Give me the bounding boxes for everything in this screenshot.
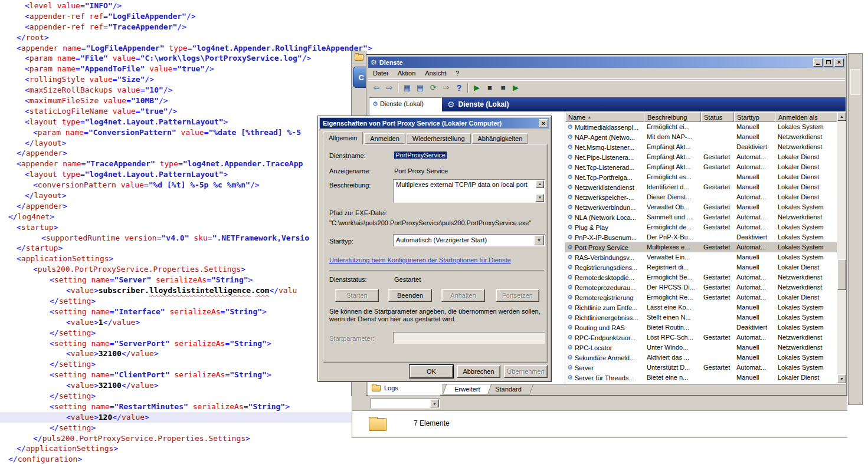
pause-service-icon[interactable]: ▮▮ bbox=[496, 82, 509, 94]
startparameter-note: Sie können die Startparameter angeben, d… bbox=[329, 308, 546, 323]
service-row[interactable]: ⚙Netzwerkverbindun...Verwaltet Ob...Gest… bbox=[565, 202, 837, 212]
scroll-down-icon[interactable]: ▼ bbox=[536, 194, 544, 202]
service-row[interactable]: ⚙Registrierungsdiens...Registriert di...… bbox=[565, 262, 837, 272]
starttyp-select[interactable]: Automatisch (Verzögerter Start) ▼ bbox=[393, 234, 545, 246]
service-row[interactable]: ⚙Net.Pipe-Listenera...Empfängt Akt...Ges… bbox=[565, 152, 837, 162]
code-line[interactable]: </configuration> bbox=[0, 454, 868, 464]
close-button[interactable]: × bbox=[834, 58, 844, 67]
service-row[interactable]: ⚙RemoteregistrierungErmöglicht Re...Gest… bbox=[565, 292, 837, 302]
service-row[interactable]: ⚙PnP-X-IP-Busenum...Der PnP-X-Bu...Deakt… bbox=[565, 232, 837, 242]
tab-abh-ngigkeiten[interactable]: Abhängigkeiten bbox=[472, 133, 529, 144]
service-row[interactable]: ⚙Richtlinienergebniss...Stellt einen N..… bbox=[565, 312, 837, 323]
tree-node-dienste-lokal[interactable]: ⚙ Dienste (Lokal) bbox=[369, 98, 441, 107]
export-icon[interactable]: ⇒ bbox=[440, 82, 453, 94]
column-header-anmelden-als[interactable]: Anmelden als bbox=[775, 112, 837, 122]
menu-item-ansicht[interactable]: Ansicht bbox=[420, 68, 451, 78]
service-row[interactable]: ⚙Plug & PlayErmöglicht de...GestartetAut… bbox=[565, 222, 837, 232]
service-row[interactable]: ⚙NLA (Network Loca...Sammelt und ...Gest… bbox=[565, 212, 837, 222]
column-header-status[interactable]: Status bbox=[701, 112, 734, 122]
explorer-bottom-bar: ▼ bbox=[352, 396, 847, 410]
service-status bbox=[701, 312, 734, 323]
service-row[interactable]: ⚙Remotedesktopdie...Ermöglicht Be...Gest… bbox=[565, 272, 837, 282]
service-row[interactable]: ⚙RPC-Endpunktzuor...Löst RPC-Sch...Gesta… bbox=[565, 333, 837, 343]
maximize-button[interactable] bbox=[824, 58, 833, 67]
pfad-value: "C:\work\ais\puls200.PortProxyService\pu… bbox=[329, 219, 531, 226]
column-header-name[interactable]: Name▲ bbox=[565, 112, 644, 122]
close-button[interactable]: × bbox=[539, 119, 548, 127]
back-icon[interactable]: ⇦ bbox=[370, 82, 383, 94]
tab-anmelden[interactable]: Anmelden bbox=[364, 133, 405, 144]
scroll-up-icon[interactable]: ▲ bbox=[536, 180, 544, 188]
code-line[interactable]: </root> bbox=[0, 32, 868, 43]
service-description: Dieser Dienst... bbox=[644, 192, 701, 202]
dialog-titlebar[interactable]: Eigenschaften von Port Proxy Service (Lo… bbox=[320, 118, 549, 129]
service-row[interactable]: ⚙Routing und RASBietet Routin...Deaktivi… bbox=[565, 323, 837, 333]
code-line[interactable]: <appender-ref ref="TraceAppender"/> bbox=[0, 22, 868, 32]
service-row[interactable]: ⚙NAP-Agent (Netwo...Mit dem NAP-...Manue… bbox=[565, 132, 837, 142]
beenden-button[interactable]: Beenden bbox=[388, 289, 432, 302]
column-header-starttyp[interactable]: Starttyp bbox=[734, 112, 775, 122]
dienstname-value[interactable]: PortProxyService bbox=[394, 152, 447, 159]
service-description: Aktiviert das ... bbox=[644, 353, 701, 363]
forward-icon[interactable]: ⇨ bbox=[383, 82, 396, 94]
service-row[interactable]: ⚙Multimediaklassenpl...Ermöglicht ei...M… bbox=[565, 122, 837, 132]
refresh-icon[interactable]: ⟳ bbox=[427, 82, 440, 94]
explorer-folder-item[interactable]: Logs bbox=[368, 380, 440, 396]
service-row[interactable]: ⚙RPC-LocatorUnter Windo...ManuellNetzwer… bbox=[565, 343, 837, 353]
scrollbar-thumb[interactable] bbox=[837, 259, 846, 290]
code-line[interactable]: <appender name="LogFileAppender" type="l… bbox=[0, 43, 868, 54]
services-icon: ⚙ bbox=[371, 59, 377, 66]
tab-wiederherstellung[interactable]: Wiederherstellung bbox=[407, 133, 471, 144]
menu-item-aktion[interactable]: Aktion bbox=[393, 68, 421, 78]
export-list-icon[interactable]: ▤ bbox=[414, 82, 427, 94]
service-row[interactable]: ⚙Net.Tcp-Portfreiga...Ermöglicht es...Ma… bbox=[565, 172, 837, 182]
menu-item-datei[interactable]: Datei bbox=[368, 68, 393, 78]
service-row[interactable]: ⚙NetzwerklistendienstIdentifiziert d...G… bbox=[565, 182, 837, 192]
start-service-icon[interactable]: ▶ bbox=[470, 82, 483, 94]
service-row[interactable]: ⚙Richtlinie zum Entfe...Lässt eine Ko...… bbox=[565, 302, 837, 312]
menu-item-help[interactable]: ? bbox=[451, 68, 464, 78]
chevron-down-icon[interactable]: ▼ bbox=[430, 399, 439, 407]
ok-button[interactable]: OK bbox=[410, 365, 453, 378]
service-row[interactable]: ⚙Remoteprozedurau...Der RPCSS-Di...Gesta… bbox=[565, 282, 837, 292]
chevron-down-icon[interactable]: ▼ bbox=[534, 235, 544, 245]
code-line[interactable]: </applicationSettings> bbox=[0, 443, 868, 454]
service-description: Empfängt Akt... bbox=[644, 162, 701, 172]
service-status: Gestartet bbox=[701, 282, 734, 292]
service-status bbox=[701, 343, 734, 353]
service-row[interactable]: ⚙Server für Threads...Bietet eine n...Ma… bbox=[565, 373, 837, 383]
service-name: ⚙Remoteprozedurau... bbox=[565, 282, 644, 292]
tab-allgemein[interactable]: Allgemein bbox=[323, 131, 363, 144]
explorer-combobox[interactable]: ▼ bbox=[371, 398, 440, 409]
minimize-button[interactable] bbox=[813, 58, 823, 67]
code-line[interactable]: <value>120</value> bbox=[0, 412, 362, 423]
view-tab-erweitert[interactable]: Erweitert bbox=[443, 384, 492, 394]
abbrechen-button[interactable]: Abbrechen bbox=[457, 365, 500, 378]
column-header-beschreibung[interactable]: Beschreibung bbox=[644, 112, 701, 122]
beschreibung-textbox[interactable]: Multiplexes external TCP/IP data on loca… bbox=[393, 179, 545, 203]
startoptions-help-link[interactable]: Unterstützung beim Konfigurieren der Sta… bbox=[329, 256, 511, 264]
service-gear-icon: ⚙ bbox=[567, 204, 573, 210]
code-line[interactable]: <appender-ref ref="LogFileAppender"/> bbox=[0, 11, 868, 22]
explorer-back-button[interactable]: C bbox=[353, 67, 366, 88]
service-row[interactable]: ⚙Netzwerkspeicher-...Dieser Dienst...Aut… bbox=[565, 192, 837, 202]
vertical-scrollbar[interactable]: ▲ ▼ bbox=[837, 112, 846, 383]
service-row[interactable]: ⚙Sekundäre Anmeld...Aktiviert das ...Man… bbox=[565, 353, 837, 363]
restart-service-icon[interactable]: ▶ bbox=[509, 82, 522, 94]
scroll-up-icon[interactable]: ▲ bbox=[837, 112, 846, 121]
service-row[interactable]: ⚙RAS-Verbindungsv...Verwaltet Ein...Manu… bbox=[565, 252, 837, 262]
service-gear-icon: ⚙ bbox=[567, 364, 573, 371]
service-row[interactable]: ⚙Net.Tcp-Listenerad...Empfängt Akt...Ges… bbox=[565, 162, 837, 172]
show-console-tree-icon[interactable]: ▦ bbox=[401, 82, 414, 94]
scroll-down-icon[interactable]: ▼ bbox=[837, 374, 846, 383]
service-row[interactable]: ⚙ServerUnterstützt D...GestartetAutomat.… bbox=[565, 363, 837, 373]
stop-service-icon[interactable]: ■ bbox=[483, 82, 496, 94]
code-line[interactable]: <level value="INFO"/> bbox=[0, 1, 868, 11]
service-description: Der RPCSS-Di... bbox=[644, 282, 701, 292]
service-row[interactable]: ⚙Net.Msmq-Listener...Empfängt Akt...Deak… bbox=[565, 142, 837, 152]
service-row[interactable]: ⚙Port Proxy ServiceMultiplexes e...Gesta… bbox=[565, 242, 837, 252]
service-name: ⚙Net.Tcp-Portfreiga... bbox=[565, 172, 644, 182]
help-icon[interactable]: ? bbox=[453, 82, 466, 94]
services-titlebar[interactable]: ⚙ Dienste × bbox=[368, 57, 845, 68]
service-description: Ermöglicht de... bbox=[644, 222, 701, 232]
